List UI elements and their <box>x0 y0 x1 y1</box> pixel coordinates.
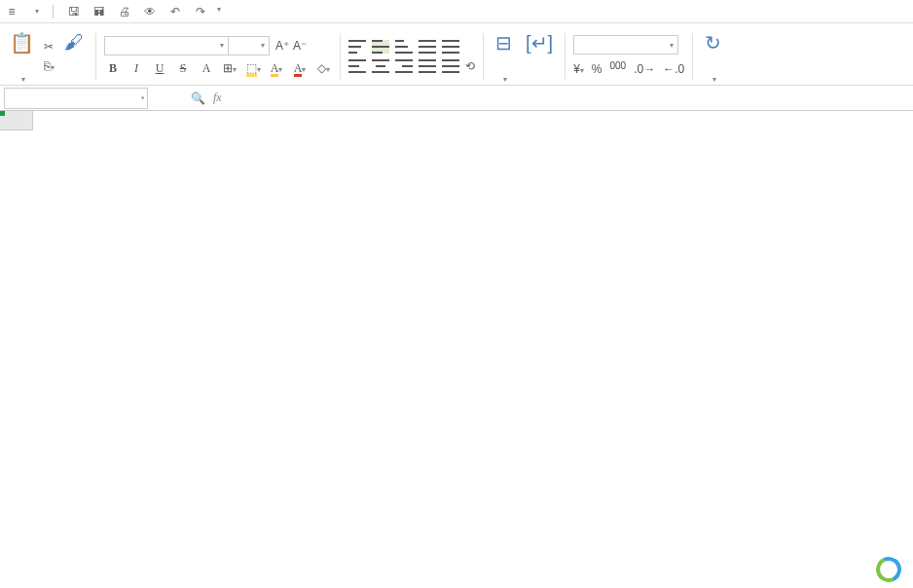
undo-icon[interactable]: ↶ <box>166 5 184 18</box>
formula-bar: ▾ 🔍 fx <box>0 86 913 111</box>
select-all-corner[interactable] <box>0 111 33 130</box>
brush-icon[interactable]: 🖌 <box>64 29 84 56</box>
type-convert-icon[interactable]: ↻ <box>705 29 721 56</box>
spreadsheet-grid[interactable] <box>0 111 913 588</box>
ribbon: 📋 ▾ ✂ ⎘▾ 🖌 ▾ ▾ A⁺ A⁻ B I U S A ⊞▾ ⬚▾ A▾ … <box>0 23 913 86</box>
watermark <box>876 557 905 582</box>
name-box[interactable]: ▾ <box>4 88 148 109</box>
quick-access-toolbar: 🖫 🖬 🖨 👁 ↶ ↷ ▾ <box>65 5 227 18</box>
align-bottom-icon[interactable] <box>395 40 413 54</box>
orientation-button[interactable]: ⟲ <box>465 59 475 73</box>
fill-color-button[interactable]: ⬚▾ <box>244 61 262 77</box>
align-left-icon[interactable] <box>348 59 366 73</box>
format-painter-group: 🖌 <box>60 29 88 84</box>
file-dropdown-icon[interactable]: ▾ <box>35 7 39 16</box>
paste-icon[interactable]: 📋 <box>10 29 34 56</box>
paste-group: 📋 ▾ <box>6 29 38 84</box>
align-top-icon[interactable] <box>348 40 366 54</box>
align-center-icon[interactable] <box>372 59 389 73</box>
font-name-select[interactable]: ▾ <box>104 36 229 55</box>
merge-icon[interactable]: ⊟ <box>495 29 512 56</box>
diamond-button[interactable]: ◇▾ <box>314 61 332 76</box>
distribute-icon[interactable] <box>442 59 459 73</box>
currency-button[interactable]: ¥▾ <box>573 62 584 76</box>
save-as-icon[interactable]: 🖬 <box>91 5 108 18</box>
cancel-formula-icon[interactable]: 🔍 <box>191 92 205 105</box>
percent-button[interactable]: % <box>592 62 603 76</box>
print-icon[interactable]: 🖨 <box>116 5 133 18</box>
qat-dropdown-icon[interactable]: ▾ <box>217 5 221 18</box>
menu-bar: ≡ ▾ 🖫 🖬 🖨 👁 ↶ ↷ ▾ <box>0 0 913 23</box>
cut-button[interactable]: ✂ <box>44 40 55 54</box>
swirl-icon <box>872 553 904 585</box>
wrap-icon[interactable]: [↵] <box>526 29 553 56</box>
increase-decimal-icon[interactable]: .0→ <box>634 62 655 76</box>
strike-button[interactable]: S <box>174 61 192 76</box>
align-middle-icon[interactable] <box>372 40 389 54</box>
increase-indent-icon[interactable] <box>442 40 459 54</box>
copy-icon: ⎘ <box>44 59 51 73</box>
highlight-button[interactable]: A▾ <box>268 61 285 77</box>
increase-font-icon[interactable]: A⁺ <box>275 39 289 53</box>
bold-button[interactable]: B <box>104 61 122 76</box>
underline-button[interactable]: U <box>151 61 168 76</box>
redo-icon[interactable]: ↷ <box>192 5 209 18</box>
font-button-a[interactable]: A <box>198 61 215 76</box>
menu-icon[interactable]: ≡ <box>4 4 19 19</box>
decrease-decimal-icon[interactable]: ←.0 <box>663 62 684 76</box>
save-icon[interactable]: 🖫 <box>65 5 83 18</box>
copy-button[interactable]: ⎘▾ <box>44 59 55 73</box>
font-size-select[interactable]: ▾ <box>229 36 270 55</box>
italic-button[interactable]: I <box>128 61 145 76</box>
comma-button[interactable]: 000 <box>609 60 626 77</box>
print-preview-icon[interactable]: 👁 <box>141 5 159 18</box>
number-format-select[interactable]: ▾ <box>573 35 678 55</box>
decrease-font-icon[interactable]: A⁻ <box>293 39 307 53</box>
scissors-icon: ✂ <box>44 40 54 54</box>
border-button[interactable]: ⊞▾ <box>221 61 238 76</box>
formula-input[interactable] <box>226 88 913 109</box>
justify-icon[interactable] <box>419 59 436 73</box>
font-color-button[interactable]: A▾ <box>291 61 309 77</box>
align-right-icon[interactable] <box>395 59 413 73</box>
fx-icon[interactable]: fx <box>213 91 222 105</box>
name-box-dropdown-icon[interactable]: ▾ <box>140 93 145 102</box>
decrease-indent-icon[interactable] <box>419 40 436 54</box>
